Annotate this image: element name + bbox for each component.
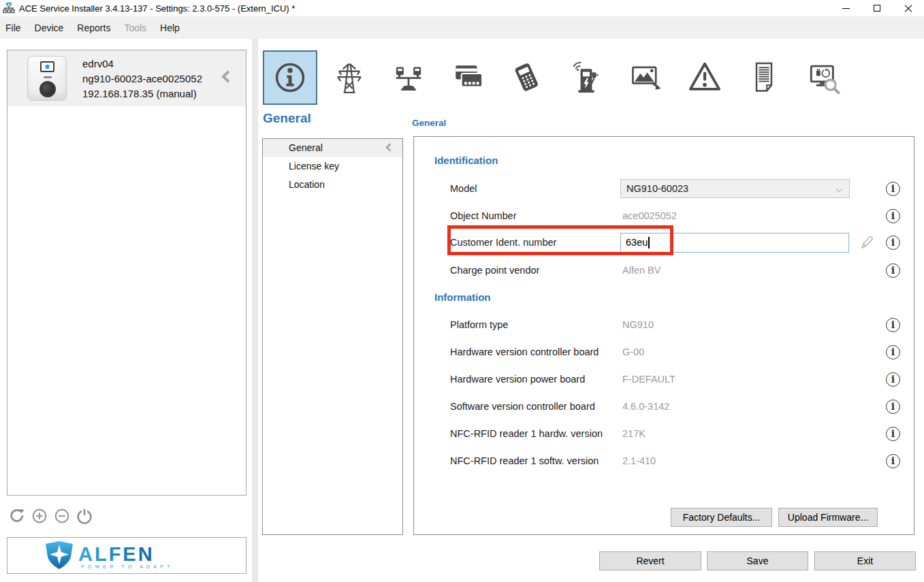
field-row-nfc-sw: NFC-RFID reader 1 softw. version 2.1-410… bbox=[414, 451, 914, 471]
customer-ident-input[interactable]: 63eu bbox=[620, 233, 849, 253]
collapse-chevron-icon[interactable] bbox=[221, 70, 234, 82]
tab-diagnostics[interactable] bbox=[796, 50, 850, 105]
subnav-item-location[interactable]: Location bbox=[263, 176, 402, 194]
field-row-object-number: Object Number ace0025052 i bbox=[414, 206, 914, 226]
payment-terminal-icon bbox=[509, 59, 545, 96]
menu-reports[interactable]: Reports bbox=[70, 18, 117, 38]
field-row-customer-ident: Customer Ident. number 63eu i bbox=[414, 232, 914, 253]
power-icon[interactable] bbox=[76, 507, 93, 525]
sidebar-splitter[interactable] bbox=[252, 39, 258, 582]
tab-display-settings[interactable] bbox=[618, 50, 673, 105]
general-settings-panel: Identification Model NG910-60023 i Objec… bbox=[413, 136, 914, 535]
device-list-controls bbox=[8, 507, 93, 525]
device-serial: ng910-60023-ace0025052 bbox=[82, 71, 202, 86]
object-number-label: Object Number bbox=[450, 210, 517, 221]
panel-title: General bbox=[412, 118, 446, 128]
sw-controller-info-icon[interactable]: i bbox=[886, 400, 900, 414]
customer-ident-info-icon[interactable]: i bbox=[886, 236, 900, 250]
upload-firmware-button[interactable]: Upload Firmware... bbox=[778, 508, 878, 527]
alfen-logo: ALFEN POWER TO ADAPT bbox=[43, 540, 210, 571]
model-label: Model bbox=[450, 183, 477, 194]
page-title: General bbox=[263, 111, 311, 126]
device-entry[interactable]: edrv04 ng910-60023-ace0025052 192.168.17… bbox=[7, 50, 246, 106]
close-button[interactable] bbox=[893, 0, 924, 16]
load-balancing-icon bbox=[390, 59, 427, 96]
hw-power-info-icon[interactable]: i bbox=[886, 372, 900, 387]
section-identification: Identification bbox=[434, 155, 498, 166]
subnav-item-general[interactable]: General bbox=[263, 139, 402, 157]
tab-payment-terminal[interactable] bbox=[500, 50, 554, 105]
model-dropdown[interactable]: NG910-60023 bbox=[620, 179, 850, 198]
close-icon bbox=[904, 4, 912, 12]
vendor-value: Alfen BV bbox=[622, 265, 660, 276]
field-row-hw-controller: Hardware version controller board G-00 i bbox=[414, 342, 914, 362]
titlebar: ACE Service Installer 3.4.13-137 - Setti… bbox=[0, 0, 924, 16]
alfen-brand-text: ALFEN bbox=[78, 543, 155, 565]
customer-ident-label: Customer Ident. number bbox=[450, 237, 556, 248]
chevron-down-icon bbox=[836, 186, 843, 193]
settings-toolbar bbox=[263, 50, 850, 105]
object-number-value: ace0025052 bbox=[622, 210, 677, 221]
charger-screen bbox=[40, 61, 54, 72]
tab-power-settings[interactable] bbox=[322, 50, 377, 105]
charger-slot bbox=[44, 76, 52, 78]
factory-defaults-button[interactable]: Factory Defaults... bbox=[671, 508, 772, 527]
field-row-nfc-hw: NFC-RFID reader 1 hardw. version 217K i bbox=[414, 423, 914, 444]
device-list: edrv04 ng910-60023-ace0025052 192.168.17… bbox=[7, 50, 246, 496]
save-button[interactable]: Save bbox=[707, 551, 808, 570]
maximize-button[interactable] bbox=[861, 0, 893, 16]
warning-triangle-icon bbox=[686, 59, 723, 96]
text-caret bbox=[648, 237, 649, 248]
object-number-info-icon[interactable]: i bbox=[886, 209, 900, 223]
device-info: edrv04 ng910-60023-ace0025052 192.168.17… bbox=[82, 56, 202, 101]
menu-tools: Tools bbox=[117, 18, 153, 38]
minimize-button[interactable] bbox=[830, 0, 861, 16]
monitor-search-icon bbox=[805, 59, 842, 96]
selected-chevron-icon bbox=[385, 143, 394, 152]
charging-station-signal-icon bbox=[568, 59, 605, 96]
minimize-icon bbox=[842, 8, 850, 9]
tab-load-balancing[interactable] bbox=[381, 50, 436, 105]
field-row-model: Model NG910-60023 i bbox=[414, 178, 914, 199]
document-icon bbox=[746, 59, 782, 96]
tab-connectivity[interactable] bbox=[559, 50, 614, 105]
display-image-icon bbox=[627, 59, 664, 96]
alfen-tagline-text: POWER TO ADAPT bbox=[81, 564, 174, 569]
ace-service-installer-window: ACE Service Installer 3.4.13-137 - Setti… bbox=[0, 0, 924, 582]
refresh-icon[interactable] bbox=[8, 507, 26, 525]
subnav-item-license-key[interactable]: License key bbox=[263, 157, 402, 176]
tab-payment-cards[interactable] bbox=[441, 50, 495, 105]
maximize-icon bbox=[874, 5, 880, 12]
hw-controller-info-icon[interactable]: i bbox=[886, 345, 900, 359]
edit-pencil-icon[interactable] bbox=[859, 234, 874, 250]
revert-button[interactable]: Revert bbox=[599, 551, 701, 570]
device-address: 192.168.178.35 (manual) bbox=[82, 86, 202, 101]
remove-device-icon[interactable] bbox=[53, 507, 71, 525]
nfc-sw-info-icon[interactable]: i bbox=[886, 454, 900, 468]
info-icon bbox=[272, 59, 308, 96]
menu-file[interactable]: File bbox=[0, 18, 28, 38]
vendor-info-icon[interactable]: i bbox=[886, 263, 900, 278]
menubar: File Device Reports Tools Help bbox=[0, 16, 924, 39]
model-info-icon[interactable]: i bbox=[886, 182, 900, 196]
menu-device[interactable]: Device bbox=[28, 18, 71, 38]
device-name: edrv04 bbox=[82, 56, 202, 71]
credit-cards-icon bbox=[449, 59, 486, 96]
tab-logs[interactable] bbox=[737, 50, 791, 105]
add-device-icon[interactable] bbox=[31, 507, 48, 525]
field-row-hw-power: Hardware version power board F-DEFAULT i bbox=[414, 369, 914, 389]
menu-help[interactable]: Help bbox=[153, 18, 187, 38]
alfen-logo-box: ALFEN POWER TO ADAPT bbox=[7, 537, 246, 574]
alfen-mini-logo bbox=[45, 65, 50, 69]
transmission-tower-icon bbox=[331, 59, 368, 96]
tab-warnings[interactable] bbox=[678, 50, 732, 105]
exit-button[interactable]: Exit bbox=[814, 551, 916, 570]
tab-general-info[interactable] bbox=[263, 50, 317, 105]
field-row-platform-type: Platform type NG910 i bbox=[414, 314, 914, 335]
vendor-label: Charge point vendor bbox=[450, 265, 539, 276]
field-row-sw-controller: Software version controller board 4.6.0-… bbox=[414, 396, 914, 417]
charger-thumbnail bbox=[27, 56, 67, 101]
platform-info-icon[interactable]: i bbox=[886, 318, 900, 332]
app-icon bbox=[3, 2, 15, 14]
nfc-hw-info-icon[interactable]: i bbox=[886, 427, 900, 441]
